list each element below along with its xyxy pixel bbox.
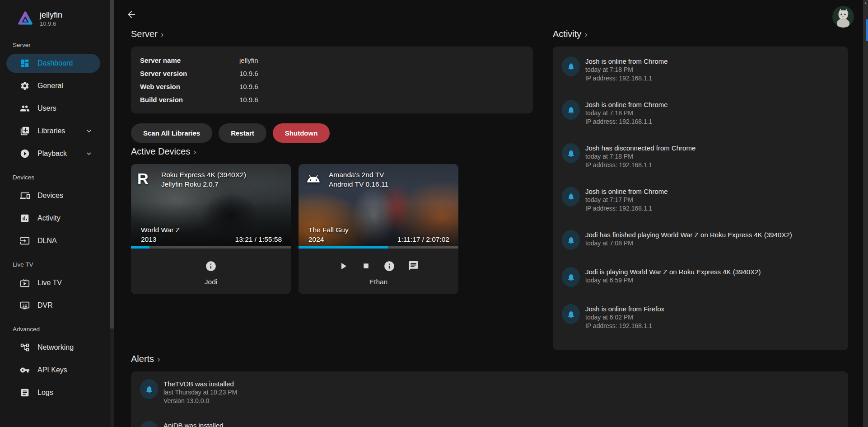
window-scrollbar-thumb[interactable] — [866, 19, 868, 41]
activity-ip: IP address: 192.168.1.1 — [585, 161, 695, 169]
bell-icon — [562, 230, 580, 250]
client-app-version: Android TV 0.16.11 — [329, 179, 388, 189]
device-card-footer: Ethan — [299, 249, 458, 294]
sidebar-item-dlna[interactable]: DLNA — [6, 231, 100, 250]
sidebar-nav-live-tv: Live TV DVR — [0, 273, 110, 315]
sidebar-nav-server: Dashboard General Users Libraries Playba… — [0, 54, 110, 163]
bell-icon — [140, 421, 158, 427]
server-info-value: 10.9.6 — [239, 70, 258, 77]
logs-icon — [20, 388, 30, 398]
alerts-heading-label: Alerts — [131, 354, 154, 364]
sidebar-item-users[interactable]: Users — [6, 99, 100, 118]
users-icon — [20, 103, 30, 113]
server-info-label: Server name — [140, 56, 239, 64]
device-name: Amanda's 2nd TV — [329, 170, 388, 179]
bell-icon — [562, 304, 580, 324]
sidebar-item-networking[interactable]: Networking — [6, 338, 100, 357]
sidebar-scrollbar[interactable] — [110, 0, 114, 427]
sidebar-item-activity[interactable]: Activity — [6, 209, 100, 228]
server-heading-label: Server — [131, 29, 158, 39]
stop-icon[interactable] — [361, 261, 371, 271]
sidebar-item-general[interactable]: General — [6, 76, 100, 95]
chevron-right-icon — [584, 29, 587, 39]
chevron-down-icon[interactable] — [85, 127, 93, 135]
app-version: 10.9.6 — [40, 20, 62, 28]
device-card-roku[interactable]: R Roku Express 4K (3940X2) Jellyfin Roku… — [131, 164, 291, 294]
sidebar-item-label: API Keys — [37, 366, 67, 374]
server-info-row: Server name jellyfin — [140, 54, 524, 67]
restart-button[interactable]: Restart — [219, 123, 266, 143]
server-section-heading[interactable]: Server — [131, 29, 533, 39]
app-title: jellyfin — [40, 10, 62, 20]
server-info-label: Server version — [140, 70, 239, 77]
server-info-card: Server name jellyfin Server version 10.9… — [131, 47, 533, 113]
chevron-down-icon[interactable] — [85, 150, 93, 158]
server-info-row: Build version 10.9.6 — [140, 93, 524, 106]
cat-avatar-image — [832, 6, 854, 28]
dashboard-icon — [20, 58, 30, 68]
active-devices-heading[interactable]: Active Devices — [131, 146, 533, 157]
scan-all-libraries-button[interactable]: Scan All Libraries — [131, 123, 212, 143]
alerts-heading[interactable]: Alerts — [131, 354, 848, 364]
sidebar-item-dashboard[interactable]: Dashboard — [6, 54, 100, 73]
media-title: The Fall Guy — [308, 225, 449, 235]
activity-icon — [20, 213, 30, 223]
gear-icon — [20, 81, 30, 91]
activity-time: today at 7:17 PM — [585, 196, 668, 204]
sidebar-scrollbar-thumb[interactable] — [110, 0, 114, 328]
activity-time: today at 7:08 PM — [585, 239, 792, 248]
sidebar-nav-advanced: Networking API Keys Logs — [0, 338, 110, 402]
activity-entry: Josh is online from Firefox today at 6:0… — [562, 304, 839, 330]
server-info-value: jellyfin — [239, 56, 258, 64]
top-bar — [131, 0, 848, 25]
info-icon[interactable] — [205, 260, 217, 272]
device-name: Roku Express 4K (3940X2) — [161, 170, 246, 179]
sidebar-item-label: Live TV — [37, 279, 62, 287]
app-identity: jellyfin 10.9.6 — [40, 10, 62, 28]
sidebar-section-devices: Devices — [0, 174, 110, 181]
scrollbar-up-arrow-icon[interactable]: ▲ — [863, 0, 868, 6]
message-icon[interactable] — [408, 260, 419, 272]
roku-icon: R — [137, 170, 155, 188]
app-header: jellyfin 10.9.6 — [0, 0, 110, 31]
activity-entry: Josh has disconnected from Chrome today … — [562, 143, 839, 169]
sidebar-item-label: Libraries — [37, 127, 65, 135]
shutdown-button[interactable]: Shutdown — [273, 123, 330, 143]
active-devices-row: R Roku Express 4K (3940X2) Jellyfin Roku… — [131, 164, 533, 294]
dlna-icon — [20, 236, 30, 246]
info-icon[interactable] — [383, 260, 395, 272]
device-card-android-tv[interactable]: Amanda's 2nd TV Android TV 0.16.11 The F… — [299, 164, 458, 294]
server-info-value: 10.9.6 — [239, 83, 258, 90]
bell-icon — [562, 267, 580, 287]
jellyfin-logo-icon — [17, 9, 33, 28]
play-icon[interactable] — [338, 261, 349, 272]
bell-icon — [562, 143, 580, 163]
session-user: Jodi — [131, 278, 291, 286]
session-user: Ethan — [299, 278, 458, 286]
chevron-right-icon — [157, 354, 160, 364]
dvr-icon — [20, 300, 30, 310]
activity-time: today at 7:18 PM — [585, 109, 668, 117]
client-app-version: Jellyfin Roku 2.0.7 — [161, 179, 246, 189]
server-info-row: Server version 10.9.6 — [140, 67, 524, 80]
user-avatar[interactable] — [832, 6, 854, 28]
sidebar-item-live-tv[interactable]: Live TV — [6, 273, 100, 292]
sidebar-item-api-keys[interactable]: API Keys — [6, 361, 100, 380]
chevron-right-icon — [193, 147, 196, 157]
alert-time: last Thursday at 10:23 PM — [163, 388, 237, 397]
sidebar-item-playback[interactable]: Playback — [6, 144, 100, 163]
sidebar-item-label: Users — [37, 104, 56, 113]
sidebar-item-logs[interactable]: Logs — [6, 383, 100, 402]
sidebar-item-label: DVR — [37, 301, 53, 310]
sidebar-item-dvr[interactable]: DVR — [6, 296, 100, 315]
window-scrollbar[interactable]: ▲ — [863, 0, 868, 427]
now-playing-backdrop: R Roku Express 4K (3940X2) Jellyfin Roku… — [131, 164, 291, 249]
sidebar-item-devices[interactable]: Devices — [6, 186, 100, 205]
sidebar-item-libraries[interactable]: Libraries — [6, 122, 100, 141]
activity-heading[interactable]: Activity — [553, 29, 848, 39]
activity-time: today at 6:59 PM — [585, 276, 761, 285]
back-arrow-icon[interactable] — [126, 9, 137, 20]
main-content: Server Server name jellyfin Server versi… — [110, 0, 868, 427]
devices-icon — [20, 191, 30, 201]
activity-title: Josh has disconnected from Chrome — [585, 144, 695, 152]
